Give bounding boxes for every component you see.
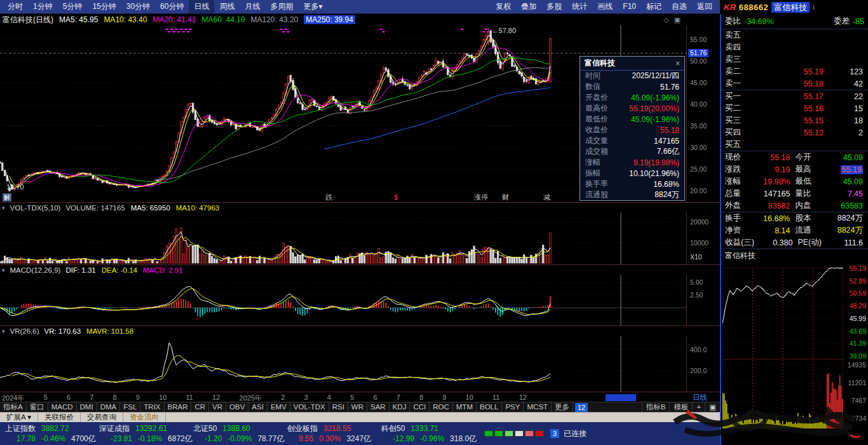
window-icon[interactable]: ▣ xyxy=(674,16,681,24)
menu-item-15分钟[interactable]: 15分钟 xyxy=(87,0,121,13)
close-icon[interactable]: × xyxy=(675,59,680,68)
indicator-tab-ROC[interactable]: ROC xyxy=(430,402,453,412)
indicator-tab-DMI[interactable]: DMI xyxy=(77,402,97,412)
bid-price: 55.12 xyxy=(749,128,824,137)
chart-title[interactable]: 富信科技(日线) xyxy=(3,15,53,25)
index-quote[interactable]: 科创501333.71-12.99-0.96%318.0亿 xyxy=(381,423,475,444)
index-quote[interactable]: 上证指数3882.7217.78-0.46%4700亿 xyxy=(5,423,99,444)
indicator-count-badge[interactable]: 12 xyxy=(575,403,588,412)
menu-item-返回[interactable]: 返回 xyxy=(692,0,717,13)
menu-item-多周期[interactable]: 多周期 xyxy=(265,0,298,13)
indicator-tab-VR[interactable]: VR xyxy=(209,402,226,412)
bottom-tab-交易查询[interactable]: 交易查询 xyxy=(81,413,123,422)
bid-row[interactable]: 买二55.1615 xyxy=(721,102,868,114)
bottom-tab-关联报价[interactable]: 关联报价 xyxy=(38,413,81,422)
macd-indicator-name[interactable]: MACD(12,26,9) xyxy=(10,266,61,274)
indicator-tab-RSI[interactable]: RSI xyxy=(329,402,348,412)
index-quote[interactable]: 北证501388.60-1.20-0.09%78.77亿 xyxy=(193,423,287,444)
bid-row[interactable]: 买三55.1518 xyxy=(721,114,868,127)
event-marker-跌[interactable]: 跌 xyxy=(325,193,332,202)
indicator-tab-FSL[interactable]: FSL xyxy=(120,402,140,412)
main-candle-pane[interactable]: 55.0050.0045.0040.0035.0030.0025.0020.00… xyxy=(0,25,720,202)
bid-row[interactable]: 买五 xyxy=(721,139,868,151)
indicator-tab-BOLL[interactable]: BOLL xyxy=(477,402,502,412)
menu-item-自选[interactable]: 自选 xyxy=(667,0,692,13)
menu-item-叠加[interactable]: 叠加 xyxy=(516,0,541,13)
volume-chart[interactable] xyxy=(0,212,686,264)
event-marker-涨停[interactable]: 涨停 xyxy=(474,193,488,202)
mark-icon[interactable]: ◇ xyxy=(663,16,668,24)
ask-row[interactable]: 卖一55.1842 xyxy=(721,78,868,90)
indicator-tab-CR[interactable]: CR xyxy=(191,402,209,412)
vr-indicator-name[interactable]: VR(26,6) xyxy=(10,327,39,335)
menu-item-60分钟[interactable]: 60分钟 xyxy=(155,0,189,13)
period-label[interactable]: 日线 xyxy=(693,393,707,402)
collapse-caret-icon[interactable]: ▾ xyxy=(2,205,5,211)
indicator-tab-更多[interactable]: 更多 xyxy=(552,402,573,412)
menu-item-月线[interactable]: 月线 xyxy=(240,0,265,13)
event-marker-$[interactable]: $ xyxy=(394,193,398,202)
menu-item-30分钟[interactable]: 30分钟 xyxy=(121,0,155,13)
macd-chart[interactable] xyxy=(0,275,686,325)
stock-name-badge[interactable]: 富信科技 xyxy=(771,2,810,13)
menu-item-F10[interactable]: F10 xyxy=(618,0,641,13)
index-quote[interactable]: 深证成指13292.61-23.81-0.18%6872亿 xyxy=(99,423,193,444)
event-marker-减[interactable]: 减 xyxy=(543,193,550,202)
bid-row[interactable]: 买一55.1722 xyxy=(721,90,868,102)
bottom-tab-资金流向[interactable]: 资金流向 xyxy=(123,413,166,422)
index-quote[interactable]: 创业板指3218.559.550.30%3247亿 xyxy=(287,423,381,444)
indicator-tab-SAR[interactable]: SAR xyxy=(367,402,390,412)
time-axis[interactable]: 2024年567891011122025年23456789101112 日线 xyxy=(0,392,720,402)
indicator-tab-MTM[interactable]: MTM xyxy=(453,402,477,412)
volume-pane[interactable]: 2000010000X10 xyxy=(0,212,720,264)
indicator-tab-WR[interactable]: WR xyxy=(348,402,367,412)
indicator-btn-指标B[interactable]: 指标B xyxy=(642,402,670,412)
indicator-tab-VOL-TDX[interactable]: VOL-TDX xyxy=(290,402,329,412)
menu-item-标记[interactable]: 标记 xyxy=(641,0,667,13)
menu-item-画线[interactable]: 画线 xyxy=(592,0,618,13)
indicator-tab-MACD[interactable]: MACD xyxy=(48,402,77,412)
ask-row[interactable]: 卖五 xyxy=(721,29,868,41)
vol-indicator-name[interactable]: VOL-TDX(5,10) xyxy=(10,204,61,212)
indicator-tab-EMV[interactable]: EMV xyxy=(268,402,290,412)
menu-item-复权[interactable]: 复权 xyxy=(491,0,516,13)
indicator-tab-DMA[interactable]: DMA xyxy=(97,402,121,412)
vr-pane[interactable]: 400.0200.0 xyxy=(0,336,720,392)
menu-item-日线[interactable]: 日线 xyxy=(189,0,214,13)
info-icon[interactable]: i xyxy=(813,3,814,11)
event-marker-财[interactable]: 财 xyxy=(502,193,509,202)
menu-item-5分钟[interactable]: 5分钟 xyxy=(58,0,88,13)
indicator-btn-▣[interactable]: ▣ xyxy=(705,402,720,412)
indicator-tab-KDJ[interactable]: KDJ xyxy=(390,402,410,412)
indicator-tab-BRAR[interactable]: BRAR xyxy=(165,402,192,412)
intraday-chart[interactable] xyxy=(722,259,843,439)
event-marker-解[interactable]: 解 xyxy=(3,193,11,202)
menu-item-分时[interactable]: 分时 xyxy=(3,0,28,13)
menu-item-周线[interactable]: 周线 xyxy=(214,0,240,13)
indicator-tab-MCST[interactable]: MCST xyxy=(524,402,552,412)
indicator-tab-窗口[interactable]: 窗口 xyxy=(27,402,48,412)
ask-row[interactable]: 卖三 xyxy=(721,53,868,65)
indicator-tab-TRIX[interactable]: TRIX xyxy=(140,402,164,412)
indicator-btn-模板[interactable]: 模板 xyxy=(669,402,692,412)
macd-pane[interactable]: 5.002.50 xyxy=(0,275,720,325)
ask-row[interactable]: 卖四 xyxy=(721,41,868,53)
indicator-btn-+[interactable]: + xyxy=(692,402,705,412)
indicator-tab-CCI[interactable]: CCI xyxy=(410,402,430,412)
intraday-mini-chart[interactable]: 富信科技 55.1952.8950.5948.2945.9943.6941.39… xyxy=(721,249,868,445)
indicator-tab-PSY[interactable]: PSY xyxy=(502,402,524,412)
vr-chart[interactable] xyxy=(0,336,686,392)
indicator-tab-ASI[interactable]: ASI xyxy=(248,402,268,412)
bottom-tab-扩展A ▾[interactable]: 扩展A ▾ xyxy=(0,413,38,422)
collapse-caret-icon[interactable]: ▾ xyxy=(2,267,5,273)
bid-row[interactable]: 买四55.122 xyxy=(721,127,868,139)
connection-badge[interactable]: 3 xyxy=(550,429,559,438)
menu-item-1分钟[interactable]: 1分钟 xyxy=(28,0,58,13)
menu-item-多股[interactable]: 多股 xyxy=(541,0,567,13)
ask-row[interactable]: 卖二55.19123 xyxy=(721,65,868,78)
menu-item-更多▾[interactable]: 更多▾ xyxy=(298,0,327,13)
indicator-tab-指标A[interactable]: 指标A xyxy=(0,402,27,412)
indicator-tab-OBV[interactable]: OBV xyxy=(226,402,248,412)
collapse-caret-icon[interactable]: ▾ xyxy=(2,328,5,334)
menu-item-统计[interactable]: 统计 xyxy=(567,0,592,13)
